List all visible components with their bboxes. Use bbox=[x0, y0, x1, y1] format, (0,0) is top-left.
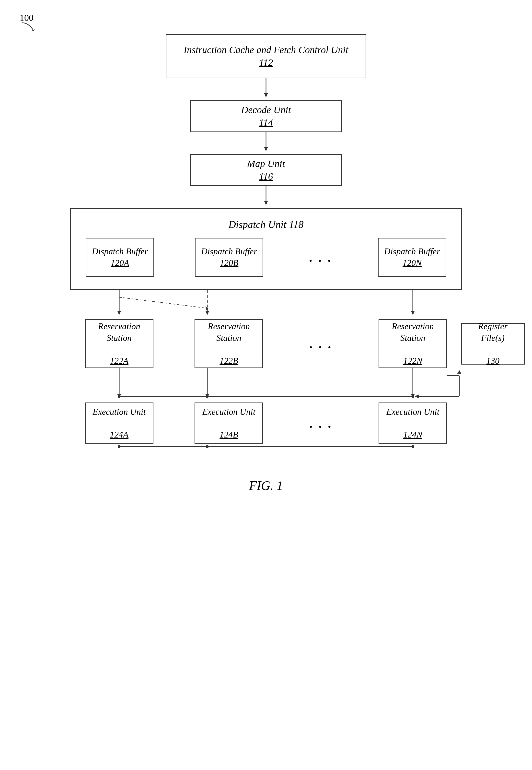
dispatch-buf-b-label: Dispatch Buffer bbox=[201, 246, 257, 257]
rs-n-box: Reservation Station 122N Register File(s… bbox=[379, 319, 447, 368]
dispatch-buf-b-id: 120B bbox=[220, 257, 238, 269]
eu-b-id: 124B bbox=[220, 429, 238, 441]
eu-a-box: Execution Unit 124A bbox=[85, 403, 153, 444]
regfile-id: 130 bbox=[486, 355, 499, 367]
arrows-dispatch-rs bbox=[70, 290, 462, 319]
map-id: 116 bbox=[259, 170, 273, 183]
eu-n-label: Execution Unit bbox=[386, 406, 439, 418]
map-box: Map Unit 116 bbox=[190, 154, 342, 186]
eu-ellipsis: . . . bbox=[309, 416, 333, 431]
bottom-bus bbox=[70, 444, 462, 459]
dispatch-buffer-b: Dispatch Buffer 120B bbox=[195, 238, 263, 277]
svg-marker-2 bbox=[264, 93, 268, 97]
svg-point-31 bbox=[118, 445, 121, 448]
svg-marker-8 bbox=[117, 311, 121, 315]
dispatch-buf-n-id: 120N bbox=[403, 257, 422, 269]
dispatch-buf-a-id: 120A bbox=[111, 257, 129, 269]
dispatch-buffer-a: Dispatch Buffer 120A bbox=[86, 238, 154, 277]
diagram-container: Instruction Cache and Fetch Control Unit… bbox=[29, 20, 503, 459]
svg-marker-6 bbox=[264, 201, 268, 205]
figure-caption: FIG. 1 bbox=[29, 479, 503, 493]
arrow-map-dispatch bbox=[259, 186, 273, 208]
execution-units-row: Execution Unit 124A Execution Unit 124B … bbox=[70, 403, 462, 444]
register-file-box: Register File(s) 130 bbox=[461, 323, 525, 364]
eu-a-label: Execution Unit bbox=[93, 406, 146, 418]
svg-point-22 bbox=[118, 395, 121, 398]
rs-n-id: 122N bbox=[403, 355, 422, 367]
rs-b-box: Reservation Station 122B bbox=[195, 319, 263, 368]
eu-b-label: Execution Unit bbox=[202, 406, 255, 418]
decode-label: Decode Unit bbox=[241, 104, 291, 116]
dispatch-buffers-row: Dispatch Buffer 120A Dispatch Buffer 120… bbox=[81, 238, 451, 277]
svg-line-11 bbox=[119, 297, 207, 308]
page: 100 Instruction Cache and Fetch Control … bbox=[0, 0, 532, 770]
svg-marker-4 bbox=[264, 147, 268, 151]
dispatch-buf-a-label: Dispatch Buffer bbox=[92, 246, 148, 257]
dispatch-buffers-ellipsis: . . . bbox=[309, 250, 332, 265]
svg-point-32 bbox=[206, 445, 209, 448]
arrows-rs-eu bbox=[70, 368, 462, 403]
svg-marker-14 bbox=[411, 311, 415, 315]
dispatch-unit-label: Dispatch Unit 118 bbox=[228, 219, 303, 230]
rs-a-id: 122A bbox=[110, 355, 128, 367]
icfu-box: Instruction Cache and Fetch Control Unit… bbox=[166, 34, 366, 78]
eu-n-id: 124N bbox=[403, 429, 422, 441]
map-label: Map Unit bbox=[247, 157, 285, 170]
decode-id: 114 bbox=[259, 116, 273, 129]
decode-box: Decode Unit 114 bbox=[190, 100, 342, 132]
svg-point-24 bbox=[411, 395, 414, 398]
rs-b-id: 122B bbox=[220, 355, 238, 367]
svg-point-23 bbox=[206, 395, 209, 398]
svg-marker-29 bbox=[457, 370, 461, 373]
dispatch-buffer-n: Dispatch Buffer 120N bbox=[378, 238, 446, 277]
reservation-stations-row: Reservation Station 122A Reservation Sta… bbox=[70, 319, 462, 368]
rs-n-label: Reservation Station bbox=[383, 321, 443, 344]
eu-b-box: Execution Unit 124B bbox=[195, 403, 263, 444]
rs-ellipsis: . . . bbox=[309, 336, 333, 351]
eu-n-box: Execution Unit 124N bbox=[379, 403, 447, 444]
icfu-id: 112 bbox=[259, 56, 273, 69]
arrow-icfu-decode bbox=[259, 78, 273, 100]
rs-b-label: Reservation Station bbox=[199, 321, 259, 344]
eu-a-id: 124A bbox=[110, 429, 128, 441]
rs-a-label: Reservation Station bbox=[89, 321, 149, 344]
svg-marker-10 bbox=[205, 311, 209, 315]
svg-point-33 bbox=[411, 445, 414, 448]
dispatch-buf-n-label: Dispatch Buffer bbox=[384, 246, 440, 257]
rs-a-box: Reservation Station 122A bbox=[85, 319, 153, 368]
svg-marker-28 bbox=[415, 395, 419, 399]
arrow-decode-map bbox=[259, 132, 273, 154]
icfu-label: Instruction Cache and Fetch Control Unit bbox=[184, 44, 348, 56]
dispatch-unit-box: Dispatch Unit 118 Dispatch Buffer 120A D… bbox=[70, 208, 462, 290]
regfile-label: Register File(s) bbox=[465, 321, 520, 344]
